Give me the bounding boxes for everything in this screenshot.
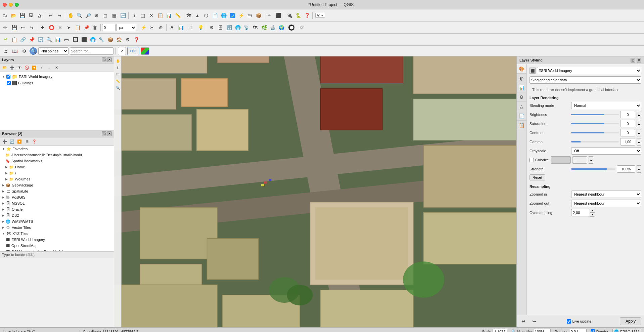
extra-btn-2[interactable]: 📋 <box>10 36 18 44</box>
browser-item-wms[interactable]: ▶ 🌐 WMS/WMTS <box>0 218 114 224</box>
extra-btn-4[interactable]: 📌 <box>28 36 36 44</box>
type-to-locate-status[interactable]: Type to locate (⌘K) <box>3 329 77 332</box>
line-edit-btn[interactable]: ↗ <box>118 47 126 55</box>
brightness-slider[interactable] <box>571 114 619 115</box>
expand-arrow-esri[interactable]: ▼ <box>2 75 5 78</box>
layers-float-btn[interactable]: ◱ <box>102 57 106 62</box>
oversampling-input[interactable] <box>571 209 590 216</box>
units-select[interactable]: px <box>116 24 136 31</box>
strength-slider[interactable] <box>571 168 615 170</box>
browser-collapse-btn[interactable]: ⊟ <box>24 138 30 145</box>
db-manager-btn[interactable]: 🗄 <box>216 24 224 32</box>
contrast-slider[interactable] <box>571 132 619 133</box>
browser-item-home[interactable]: ▶ 📁 Home <box>0 164 114 170</box>
add-vector-btn[interactable]: ▲ <box>193 11 201 19</box>
show-all-btn[interactable]: 👁 <box>16 64 23 71</box>
field-calc-btn[interactable]: Σ <box>188 24 196 32</box>
saturation-spin-up[interactable]: ▲ <box>637 120 641 127</box>
save-edits-btn[interactable]: 💾 <box>10 24 18 32</box>
new-geopackage-btn[interactable]: 📦 <box>255 11 263 19</box>
layers-close-btn[interactable]: ✕ <box>107 57 112 62</box>
size-input[interactable] <box>102 24 116 31</box>
browser-close-btn[interactable]: ✕ <box>107 131 112 136</box>
processing-btn[interactable]: ⚙ <box>208 24 216 32</box>
expand-arrow-mssql[interactable]: ▶ <box>2 202 4 205</box>
edc-btn[interactable]: EDC <box>127 47 139 55</box>
extra-btn-1[interactable]: 🌱 <box>1 36 9 44</box>
browser-item-user-path[interactable]: 📁 /Users/codrinamariailie/Desktop/austra… <box>0 152 114 158</box>
tab-rendering-btn[interactable]: ⚙ <box>517 92 526 102</box>
expand-arrow-root[interactable]: ▶ <box>5 171 8 175</box>
expand-arrow-vector-tiles[interactable]: ▶ <box>2 226 4 229</box>
copy-feature-btn[interactable]: 📋 <box>74 24 82 32</box>
open-table-btn[interactable]: 📋 <box>156 11 164 19</box>
gps-tools-btn[interactable]: 📡 <box>242 24 250 32</box>
maximize-button[interactable] <box>15 3 19 7</box>
feature-action-btn[interactable]: ⚡ <box>139 24 147 32</box>
zoom-selection-btn[interactable]: ▦ <box>110 11 118 19</box>
plugins-btn[interactable]: 🔌 <box>285 11 293 19</box>
undo-styling-btn[interactable]: ↩ <box>519 317 527 325</box>
extra-btn-10[interactable]: ⬛ <box>80 36 88 44</box>
help-btn[interactable]: ❓ <box>303 11 311 19</box>
pan-btn[interactable]: ✋ <box>66 11 75 19</box>
browser-item-volumes[interactable]: ▶ 📁 /Volumes <box>0 176 114 182</box>
browser-item-oracle[interactable]: ▶ 🗄 Oracle <box>0 206 114 212</box>
deselect-btn[interactable]: ✕ <box>147 11 155 19</box>
print-btn[interactable]: 🖨 <box>36 11 44 19</box>
search-option-btn[interactable]: ⚙ <box>20 47 28 55</box>
expand-arrow-oracle[interactable]: ▶ <box>2 208 4 211</box>
extra-btn-7[interactable]: 📊 <box>54 36 62 44</box>
extra-btn-12[interactable]: 🔧 <box>97 36 105 44</box>
layer-item-buildings[interactable]: Buildings <box>0 80 114 86</box>
live-update-checkbox[interactable] <box>567 319 571 324</box>
show-tips-btn[interactable]: 💡 <box>196 24 204 32</box>
render-checkbox[interactable] <box>591 329 595 332</box>
undo-edit-btn[interactable]: ↩ <box>19 24 27 32</box>
extra-btn-8[interactable]: 🗃 <box>62 36 71 44</box>
zoom-extent-btn[interactable]: ⊕ <box>93 11 101 19</box>
reset-button[interactable]: Reset <box>530 174 545 180</box>
tab-legend-btn[interactable]: 📋 <box>517 121 526 130</box>
tab-metadata-btn[interactable]: 📄 <box>517 111 526 121</box>
open-layers-btn[interactable]: 🌍 <box>277 24 285 32</box>
saturation-slider[interactable] <box>571 123 619 124</box>
layer-checkbox-esri[interactable] <box>6 75 10 79</box>
raster-calc-btn[interactable]: 🔢 <box>225 24 233 32</box>
gamma-spin-up[interactable]: ▲ <box>637 138 641 146</box>
browser-item-vector-tiles[interactable]: ▶ ⬡ Vector Tiles <box>0 224 114 231</box>
expand-arrow-postgis[interactable]: ▶ <box>2 196 4 199</box>
add-db-btn[interactable]: 🗃 <box>246 11 254 19</box>
browser-item-db2[interactable]: ▶ 🗄 DB2 <box>0 212 114 218</box>
apply-button[interactable]: Apply <box>620 317 641 325</box>
identify-btn[interactable]: ℹ <box>130 11 138 19</box>
browser-item-favorites[interactable]: ▼ ⭐ Favorites <box>0 146 114 152</box>
tab-symbology-btn[interactable]: 🎨 <box>517 64 526 74</box>
delete-feature-btn[interactable]: 🗑 <box>91 24 99 32</box>
map-identify-btn[interactable]: ℹ <box>115 65 121 71</box>
browser-item-osm-humanitarian[interactable]: ⬛ OSM Humanitarian Data Model <box>0 249 114 251</box>
brightness-spin-up[interactable]: ▲ <box>637 111 641 118</box>
select-btn[interactable]: ⬚ <box>139 11 147 19</box>
contrast-value[interactable]: 0 <box>620 129 635 136</box>
expand-arrow-home[interactable]: ▶ <box>5 165 8 169</box>
diagram-btn[interactable]: 📊 <box>177 24 185 32</box>
extra-btn-3[interactable]: 🔗 <box>19 36 27 44</box>
browser-item-geopackage[interactable]: ▶ 📦 GeoPackage <box>0 182 114 188</box>
digitize-feature-btn[interactable]: ✚ <box>39 24 47 32</box>
add-group-btn[interactable]: ➕ <box>9 64 15 71</box>
hue-spin-up[interactable]: ▲ <box>589 156 593 164</box>
oversampling-up-btn[interactable]: ▲ <box>590 209 595 213</box>
magnifier-input[interactable] <box>534 329 551 332</box>
colorize-checkbox[interactable] <box>530 158 534 162</box>
extra-btn-15[interactable]: ⚙ <box>124 36 132 44</box>
measure-btn[interactable]: 📏 <box>174 11 182 19</box>
grayscale-select[interactable]: Off <box>571 147 641 155</box>
color-btn[interactable] <box>141 47 149 55</box>
browser-item-root[interactable]: ▶ 📁 / <box>0 170 114 176</box>
add-xyz-btn[interactable]: 🗾 <box>228 11 236 19</box>
label-btn[interactable]: A <box>168 24 176 32</box>
filter-legend-btn[interactable]: 🔽 <box>31 64 38 71</box>
save-btn[interactable]: 💾 <box>18 11 26 19</box>
python-btn[interactable]: 🐍 <box>294 11 302 19</box>
